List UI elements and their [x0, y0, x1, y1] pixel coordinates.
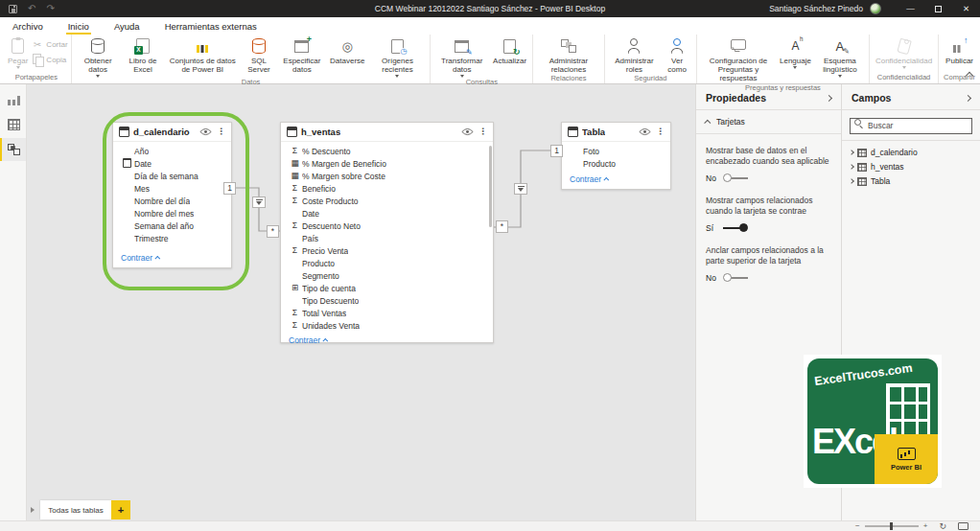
eye-icon[interactable] [199, 127, 212, 136]
add-layout-button[interactable]: + [111, 500, 130, 519]
save-icon[interactable] [9, 5, 17, 13]
menu-tab[interactable]: Archivo [0, 17, 56, 35]
cardinality-many-badge[interactable]: * [496, 220, 508, 233]
table-card-d-calendario[interactable]: d_calendario ⋮ Año [112, 122, 232, 268]
paste-button[interactable]: Pegar [5, 36, 31, 69]
cardinality-one-badge[interactable]: 1 [550, 145, 563, 157]
ribbon-button[interactable]: Administrar relaciones [536, 36, 601, 74]
filter-direction-icon[interactable] [252, 196, 266, 208]
field-row[interactable]: % Descuento [281, 145, 493, 157]
field-row[interactable]: Semana del año [113, 219, 231, 232]
table-card-h-ventas[interactable]: h_ventas ⋮ % Descuento [280, 122, 494, 343]
cardinality-one-badge[interactable]: 1 [223, 182, 236, 195]
card-scrollbar[interactable] [489, 146, 492, 227]
field-row[interactable]: Tipo Descuento [281, 294, 493, 307]
table-card-header[interactable]: h_ventas ⋮ [281, 123, 493, 142]
cut-button[interactable]: Cortar [31, 38, 67, 51]
field-row[interactable]: País [281, 232, 493, 244]
undo-icon[interactable]: ↶ [28, 4, 35, 13]
layout-tab-todas-las-tablas[interactable]: Todas las tablas [40, 500, 111, 519]
collapse-table-link[interactable]: Contraer [281, 333, 493, 350]
fields-tree-table-item[interactable]: Tabla [846, 174, 976, 189]
data-view-button[interactable] [0, 113, 26, 136]
zoom-in-icon[interactable]: + [923, 522, 928, 530]
field-row[interactable]: % Margen sobre Coste [281, 170, 493, 182]
toggle-switch[interactable] [723, 273, 749, 283]
field-row[interactable]: % Margen de Beneficio [281, 157, 493, 170]
ribbon-button[interactable]: Obtener datos [75, 36, 122, 78]
ribbon-button[interactable]: Orígenes recientes [368, 36, 428, 78]
maximize-button[interactable] [924, 0, 952, 17]
menu-tab[interactable]: Inicio [56, 17, 102, 35]
ribbon-button[interactable]: Dataverse [327, 36, 367, 65]
table-card-header[interactable]: Tabla ⋮ [562, 123, 670, 142]
field-row[interactable]: Unidades Venta [281, 319, 493, 332]
field-row[interactable]: Tipo de cuenta [281, 282, 493, 294]
minimize-button[interactable]: — [897, 0, 924, 17]
collapse-table-link[interactable]: Contraer [113, 250, 231, 267]
model-view-button[interactable] [0, 138, 26, 161]
zoom-slider[interactable] [865, 525, 919, 527]
field-row[interactable]: Date [113, 157, 231, 170]
zoom-out-icon[interactable]: − [855, 522, 860, 530]
tab-list-expand-icon[interactable] [31, 507, 35, 513]
ribbon-button[interactable]: Conjuntos de datos de Power BI [164, 36, 241, 74]
collapse-panel-icon[interactable] [826, 94, 832, 101]
field-row[interactable]: Mes [113, 182, 231, 195]
cardinality-many-badge[interactable]: * [267, 225, 279, 238]
fit-to-screen-icon[interactable] [958, 522, 968, 530]
eye-icon[interactable] [639, 127, 651, 136]
toggle-switch[interactable] [722, 223, 748, 233]
eye-icon[interactable] [461, 127, 474, 136]
menu-tab[interactable]: Herramientas externas [152, 17, 269, 35]
table-card-tabla[interactable]: Tabla ⋮ Foto [561, 122, 671, 190]
field-row[interactable]: Año [113, 145, 231, 157]
filter-direction-icon[interactable] [514, 183, 527, 195]
more-options-icon[interactable]: ⋮ [217, 127, 225, 136]
ribbon-button[interactable]: Ver como [661, 36, 693, 74]
signed-in-user[interactable]: Santiago Sánchez Pinedo [769, 4, 863, 13]
field-row[interactable]: Precio Venta [281, 244, 493, 257]
menu-tab[interactable]: Ayuda [102, 17, 152, 35]
redo-icon[interactable]: ↷ [46, 4, 54, 13]
fields-tree-table-item[interactable]: d_calendario [846, 146, 976, 160]
field-row[interactable]: Total Ventas [281, 307, 493, 319]
zoom-slider-thumb[interactable] [890, 522, 893, 531]
field-row[interactable]: Descuento Neto [281, 219, 493, 232]
close-button[interactable]: ✕ [952, 0, 980, 17]
ribbon-button[interactable]: Esquema lingüístico [814, 36, 866, 78]
copy-button[interactable]: Copia [31, 54, 67, 66]
model-canvas[interactable]: 1 * 1 * d_calendario ⋮ [27, 84, 695, 520]
field-row[interactable]: Beneficio [281, 182, 493, 195]
ribbon-button[interactable]: Libro de Excel [122, 36, 165, 74]
more-options-icon[interactable]: ⋮ [478, 127, 487, 136]
ribbon-button[interactable]: Actualizar [490, 36, 529, 65]
ribbon-button[interactable]: Configuración de Preguntas y respuestas [700, 36, 777, 83]
user-avatar[interactable] [870, 3, 881, 14]
field-row[interactable]: Producto [281, 257, 493, 269]
field-row[interactable]: Trimestre [113, 232, 231, 244]
table-card-header[interactable]: d_calendario ⋮ [113, 123, 231, 142]
field-row[interactable]: Día de la semana [113, 170, 231, 182]
field-row[interactable]: Date [281, 207, 493, 219]
ribbon-button[interactable]: Publicar [943, 36, 976, 65]
ribbon-button[interactable]: Confidencialidad [873, 36, 935, 69]
report-view-button[interactable] [0, 88, 26, 111]
ribbon-button[interactable]: Transformar datos [433, 36, 490, 78]
ribbon-button[interactable]: Administrar roles [608, 36, 661, 74]
cards-section-header[interactable]: Tarjetas [696, 110, 841, 134]
field-row[interactable]: Nombre del mes [113, 207, 231, 219]
field-row[interactable]: Nombre del día [113, 195, 231, 207]
field-row[interactable]: Coste Producto [281, 195, 493, 207]
field-row[interactable]: Foto [562, 145, 670, 157]
collapse-table-link[interactable]: Contraer [562, 172, 670, 189]
reset-zoom-icon[interactable]: ↻ [939, 522, 946, 531]
collapse-panel-icon[interactable] [965, 94, 971, 101]
fields-tree-table-item[interactable]: h_ventas [846, 160, 976, 174]
search-input[interactable] [850, 118, 972, 134]
more-options-icon[interactable]: ⋮ [656, 127, 665, 136]
field-row[interactable]: Segmento [281, 269, 493, 282]
ribbon-button[interactable]: Lenguaje [777, 36, 814, 69]
ribbon-button[interactable]: Especificar datos [277, 36, 327, 74]
ribbon-button[interactable]: SQL Server [241, 36, 277, 74]
